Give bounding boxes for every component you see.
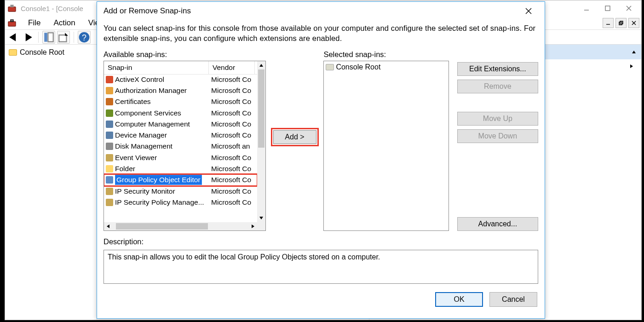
snapin-row[interactable]: Component ServicesMicrosoft Co [104, 107, 257, 118]
snapin-name: Authorization Manager [115, 86, 211, 95]
description-box: This snap-in allows you to edit the loca… [104, 250, 538, 284]
snapin-name: Certificates [115, 98, 211, 106]
snapin-icon [106, 98, 113, 105]
snapin-row[interactable]: FolderMicrosoft Co [104, 163, 257, 174]
scroll-right-icon[interactable] [249, 222, 257, 230]
snapin-name: Device Manager [115, 131, 211, 139]
edit-extensions-button[interactable]: Edit Extensions... [457, 62, 538, 76]
ok-button[interactable]: OK [435, 292, 483, 307]
snapin-vendor: Microsoft Co [211, 154, 257, 162]
svg-marker-21 [632, 51, 636, 53]
available-header[interactable]: Snap-in Vendor [104, 61, 265, 75]
svg-marker-28 [252, 224, 254, 228]
svg-rect-7 [11, 20, 13, 22]
svg-rect-6 [8, 22, 16, 26]
snapin-icon [106, 176, 113, 184]
dialog-close-button[interactable] [519, 4, 538, 18]
snapin-row[interactable]: ActiveX ControlMicrosoft Co [104, 74, 257, 85]
svg-rect-10 [620, 21, 623, 24]
menu-file[interactable]: File [22, 18, 47, 28]
svg-rect-0 [8, 7, 16, 12]
menu-action[interactable]: Action [47, 18, 81, 28]
snapin-vendor: Microsoft Co [211, 165, 257, 173]
snapin-icon [106, 154, 113, 161]
snapin-vendor: Microsoft Co [211, 131, 257, 139]
snapin-row[interactable]: CertificatesMicrosoft Co [104, 96, 257, 107]
snapin-row[interactable]: IP Security MonitorMicrosoft Co [104, 186, 257, 197]
vertical-scrollbar[interactable] [257, 61, 265, 222]
back-button[interactable] [7, 31, 20, 44]
help-button[interactable]: ? [78, 31, 91, 44]
description-text: This snap-in allows you to edit the loca… [108, 253, 380, 261]
scroll-up-icon[interactable] [257, 61, 265, 69]
snapin-name: IP Security Policy Manage... [115, 198, 211, 207]
snapin-icon [106, 132, 113, 139]
snapin-icon [106, 76, 113, 83]
svg-rect-15 [44, 33, 47, 42]
advanced-button[interactable]: Advanced... [457, 217, 538, 231]
col-vendor[interactable]: Vendor [209, 61, 255, 74]
selected-root[interactable]: Console Root [326, 63, 446, 71]
snapin-row[interactable]: Group Policy Object EditorMicrosoft Co [104, 174, 257, 185]
hscroll-thumb[interactable] [116, 223, 208, 230]
folder-icon [326, 64, 334, 70]
child-close-button[interactable] [628, 18, 639, 28]
tree-pane[interactable]: Console Root [5, 45, 97, 320]
show-tree-button[interactable] [42, 31, 55, 44]
move-down-button[interactable]: Move Down [457, 129, 538, 143]
export-button[interactable] [57, 31, 70, 44]
snapin-row[interactable]: Device ManagerMicrosoft Co [104, 130, 257, 141]
child-minimize-button[interactable] [603, 18, 614, 28]
snapin-vendor: Microsoft Co [211, 75, 257, 84]
svg-rect-9 [619, 22, 622, 25]
scroll-thumb[interactable] [258, 69, 264, 148]
description-label: Description: [104, 237, 538, 246]
available-list[interactable]: Snap-in Vendor ActiveX ControlMicrosoft … [104, 61, 266, 231]
forward-button[interactable] [22, 31, 34, 44]
snapin-name: ActiveX Control [115, 75, 211, 84]
scroll-down-icon[interactable] [257, 214, 265, 222]
available-label: Available snap-ins: [104, 50, 266, 59]
svg-rect-1 [11, 5, 13, 7]
close-button[interactable] [618, 1, 639, 16]
horizontal-scrollbar[interactable] [104, 222, 265, 230]
snapin-vendor: Microsoft Co [211, 98, 257, 106]
add-highlight: Add > [271, 128, 319, 146]
snapin-icon [106, 188, 113, 195]
svg-rect-17 [59, 35, 66, 42]
svg-rect-3 [605, 6, 610, 11]
snapin-vendor: Microsoft Co [211, 86, 257, 95]
mmc-icon-small [7, 18, 17, 28]
snapin-icon [106, 199, 113, 206]
dialog-intro: You can select snap-ins for this console… [104, 23, 538, 44]
snapin-row[interactable]: Event ViewerMicrosoft Co [104, 152, 257, 163]
cancel-button[interactable]: Cancel [489, 292, 537, 307]
tree-root-item[interactable]: Console Root [7, 47, 95, 58]
snapin-vendor: Microsoft Co [211, 120, 257, 128]
snapin-row[interactable]: Computer ManagementMicrosoft Co [104, 119, 257, 130]
svg-marker-13 [9, 33, 16, 41]
snapin-row[interactable]: Disk ManagementMicrosoft an [104, 141, 257, 152]
snapin-icon [106, 121, 113, 128]
snapin-row[interactable]: Authorization ManagerMicrosoft Co [104, 85, 257, 96]
tree-root-label: Console Root [20, 48, 64, 57]
dialog-title: Add or Remove Snap-ins [104, 6, 191, 16]
selected-root-label: Console Root [336, 63, 380, 71]
selected-list[interactable]: Console Root [323, 61, 448, 231]
move-up-button[interactable]: Move Up [457, 112, 538, 126]
add-button[interactable]: Add > [273, 130, 316, 144]
maximize-button[interactable] [597, 1, 618, 16]
snapin-name: Disk Management [115, 142, 211, 150]
selected-label: Selected snap-ins: [323, 50, 448, 59]
snapin-vendor: Microsoft an [211, 142, 257, 150]
snapin-vendor: Microsoft Co [211, 176, 257, 184]
col-snapin[interactable]: Snap-in [104, 61, 209, 74]
svg-marker-27 [107, 224, 109, 228]
snapin-icon [106, 87, 113, 94]
snapin-row[interactable]: IP Security Policy Manage...Microsoft Co [104, 197, 257, 208]
child-restore-button[interactable] [615, 18, 627, 28]
remove-button[interactable]: Remove [457, 80, 538, 93]
scroll-left-icon[interactable] [104, 222, 112, 230]
mmc-icon [7, 3, 17, 13]
minimize-button[interactable] [576, 1, 597, 16]
